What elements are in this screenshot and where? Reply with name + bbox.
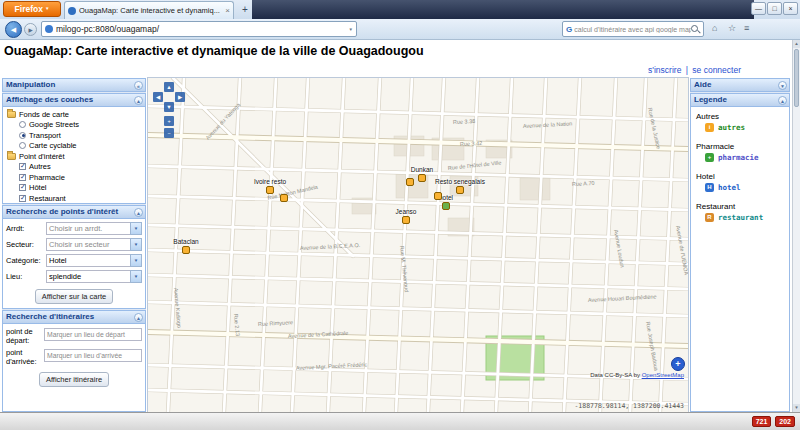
legend-panel-header[interactable]: Legende ▲ [690,93,790,107]
pan-down-icon[interactable]: ▼ [164,102,174,112]
browser-tab[interactable]: OuagaMap: Carte interactive et dynamiq..… [64,1,234,19]
collapse-icon[interactable]: ▲ [134,96,143,105]
status-badge[interactable]: 721 [752,416,772,427]
combo-value[interactable]: Hotel [46,254,130,267]
map-marker[interactable] [406,178,414,186]
tab-close-icon[interactable]: × [225,6,230,15]
poi-marker-icon[interactable] [434,192,442,200]
close-button[interactable]: × [783,2,798,15]
route-input[interactable]: Marquer un lieu de départ [44,328,142,341]
checkbox-checked[interactable] [19,184,26,191]
maximize-button[interactable]: □ [767,2,782,15]
home-icon[interactable]: ⌂ [712,23,717,33]
search-engine-icon[interactable]: G [566,25,572,34]
combo-value[interactable]: Choisir un secteur [46,238,130,251]
map-marker[interactable] [280,194,288,202]
radio-checked[interactable] [19,132,26,139]
combo-box[interactable]: splendide▼ [46,270,142,283]
pan-right-icon[interactable]: ▶ [175,92,185,102]
pan-left-icon[interactable]: ◀ [153,92,163,102]
search-icon[interactable] [691,25,700,34]
manipulation-panel-header[interactable]: Manipulation « [2,78,146,92]
poi-marker-icon[interactable] [442,202,450,210]
checkbox-checked[interactable] [19,195,26,202]
back-button[interactable]: ◀ [5,21,22,38]
checkbox-checked[interactable] [19,163,26,170]
legend-item-name: autres [718,123,745,132]
bookmarks-menu-icon[interactable]: ≡ [744,23,749,33]
signup-link[interactable]: s'inscrire [648,65,681,75]
expand-icon[interactable]: ▼ [778,81,787,90]
map-marker[interactable]: Jeanso [402,216,410,224]
route-search-panel-header[interactable]: Recherche d'itinéraires ▲ [2,310,146,324]
tree-item[interactable]: Google Streets [3,120,145,131]
combo-value[interactable]: Choisir un arrdt. [46,222,130,235]
combo-trigger-icon[interactable]: ▼ [130,238,142,251]
tree-group[interactable]: Fonds de carte [3,109,145,120]
tree-group[interactable]: Point d'intérêt [3,151,145,162]
poi-marker-icon[interactable] [280,194,288,202]
url-bar[interactable]: milogo-pc:8080/ouagamap/ ▼ [41,21,357,37]
poi-marker-icon[interactable] [402,216,410,224]
scroll-down-icon[interactable]: ▼ [793,404,800,412]
poi-marker-icon[interactable] [266,186,274,194]
checkbox-checked[interactable] [19,174,26,181]
tree-item[interactable]: Carte cyclable [3,141,145,152]
map-marker[interactable]: Resto senegalais [456,186,464,194]
zoom-in-icon[interactable]: + [164,116,174,126]
route-input[interactable]: Marquer un lieu d'arrivée [44,349,142,362]
openstreetmap-link[interactable]: OpenStreetMap [642,372,684,378]
tree-item[interactable]: Pharmacie [3,172,145,183]
vertical-scrollbar[interactable]: ▲ ▼ [792,40,800,412]
aide-panel-header[interactable]: Aide ▼ [690,78,790,92]
map-marker[interactable]: hotel [442,202,450,210]
combo-box[interactable]: Choisir un arrdt.▼ [46,222,142,235]
tree-item[interactable]: Hôtel [3,183,145,194]
zoom-out-icon[interactable]: − [164,128,174,138]
url-text[interactable]: milogo-pc:8080/ouagamap/ [56,24,347,34]
poi-marker-icon[interactable] [418,174,426,182]
scroll-up-icon[interactable]: ▲ [793,40,800,48]
map-marker[interactable]: Bataclan [182,246,190,254]
minimize-button[interactable]: — [751,2,766,15]
pan-up-icon[interactable]: ▲ [164,82,174,92]
login-link[interactable]: se connecter [692,65,741,75]
show-route-button[interactable]: Afficher itinéraire [39,372,109,387]
map-viewport[interactable]: Avenue du YatengaRue Nelson MandelaRue 3… [148,78,688,412]
forward-button[interactable]: ▶ [24,23,37,36]
poi-marker-icon[interactable] [406,178,414,186]
combo-trigger-icon[interactable]: ▼ [130,222,142,235]
combo-value[interactable]: splendide [46,270,130,283]
show-on-map-button[interactable]: Afficher sur la carte [35,289,113,304]
search-bar[interactable]: G calcul d'itinéraire avec api google ma… [562,21,704,37]
tree-item[interactable]: Restaurant [3,193,145,204]
url-dropdown-icon[interactable]: ▼ [349,27,353,32]
firefox-menu-button[interactable]: Firefox▼ [3,1,61,17]
layers-panel-header[interactable]: Affichage des couches ▲ [2,93,146,107]
tree-item[interactable]: Autres [3,162,145,173]
tree-item[interactable]: Transport [3,130,145,141]
collapse-icon[interactable]: ▲ [134,208,143,217]
poi-marker-icon[interactable] [456,186,464,194]
collapse-icon[interactable]: ▲ [778,96,787,105]
combo-trigger-icon[interactable]: ▼ [130,270,142,283]
new-tab-button[interactable]: + [238,4,252,16]
status-badge[interactable]: 202 [775,416,795,427]
combo-box[interactable]: Hotel▼ [46,254,142,267]
legend-group: Autresiautres [696,112,784,132]
poi-search-panel-header[interactable]: Recherche de points d'intérêt ▲ [2,205,146,219]
combo-box[interactable]: Choisir un secteur▼ [46,238,142,251]
layer-switcher-button[interactable]: + [671,357,685,371]
search-input[interactable]: calcul d'itinéraire avec api google map [574,26,691,33]
bookmark-star-icon[interactable]: ☆ [728,23,736,33]
scrollbar-thumb[interactable] [794,49,799,107]
radio-unchecked[interactable] [19,142,26,149]
collapse-left-icon[interactable]: « [134,81,143,90]
map-marker[interactable]: Dunkan [418,174,426,182]
map-marker[interactable]: Ivoire resto [266,186,274,194]
map-marker[interactable] [434,192,442,200]
collapse-icon[interactable]: ▲ [134,313,143,322]
radio-unchecked[interactable] [19,121,26,128]
poi-marker-icon[interactable] [182,246,190,254]
combo-trigger-icon[interactable]: ▼ [130,254,142,267]
